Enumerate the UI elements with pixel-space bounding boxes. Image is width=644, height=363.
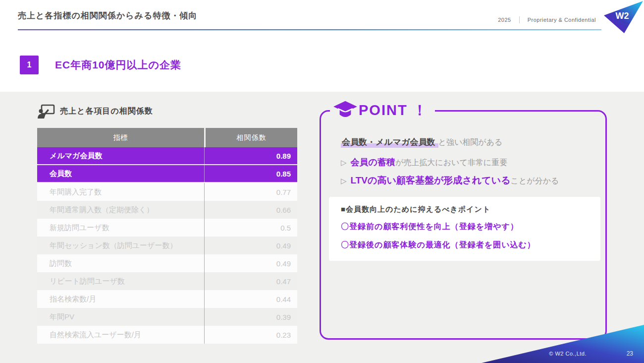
- table-row: 年間セッション数（訪問ユーザー数）0.49: [37, 237, 297, 254]
- table-caption-text: 売上と各項目の相関係数: [60, 106, 153, 117]
- table-row: リピート訪問ユーザ数0.47: [37, 272, 297, 290]
- table-row: 指名検索数/月0.44: [37, 290, 297, 308]
- point-bullet1-emphasis: 会員の蓄積: [351, 157, 395, 167]
- table-row: 自然検索流入ユーザー数/月0.23: [37, 326, 297, 344]
- table-header-row: 指標 相関係数: [37, 128, 297, 147]
- header-meta-divider: [519, 16, 520, 23]
- triangle-bullet-icon: ▷: [341, 158, 347, 167]
- header-rule: [18, 29, 601, 30]
- column-header-metric: 指標: [37, 128, 204, 147]
- subbox-heading: ■会員数向上のために抑えるべきポイント: [341, 205, 589, 214]
- coefficient-cell: 0.77: [204, 183, 296, 201]
- point-bullet-1: ▷会員の蓄積が売上拡大において非常に重要: [341, 156, 507, 168]
- page-number: 23: [627, 350, 633, 357]
- coefficient-cell: 0.49: [204, 237, 296, 254]
- coefficient-cell: 0.47: [204, 272, 296, 290]
- metric-cell: 新規訪問ユーザ数: [37, 219, 204, 237]
- confidential-label: Proprietary & Confidential: [528, 17, 596, 23]
- point-bullet1-rest: が売上拡大において非常に重要: [395, 158, 507, 167]
- coefficient-cell: 0.89: [204, 147, 296, 164]
- table-row: メルマガ会員数0.89: [37, 147, 297, 165]
- metric-cell: 指名検索数/月: [37, 290, 204, 308]
- point-bullet-2: ▷LTVの高い顧客基盤が形成されていることが分かる: [341, 174, 559, 187]
- section-heading: 1 EC年商10億円以上の企業: [20, 56, 181, 74]
- section-title: EC年商10億円以上の企業: [55, 58, 181, 72]
- point-title: POINT ！: [330, 98, 435, 123]
- subbox-items: 〇登録前の顧客利便性を向上（登録を増やす）〇登録後の顧客体験の最適化（登録者を囲…: [341, 217, 589, 254]
- coefficient-cell: 0.66: [204, 201, 296, 219]
- point-title-text: POINT ！: [359, 101, 428, 121]
- point-line1-emphasis: 会員数・メルマガ会員数: [341, 137, 438, 148]
- copyright-label: © W2 Co.,Ltd.: [549, 351, 587, 357]
- table-row: 新規訪問ユーザ数0.5: [37, 219, 297, 237]
- coefficient-cell: 0.23: [204, 326, 296, 344]
- table-body: メルマガ会員数0.89会員数0.85年間購入完了数0.77年間通常購入数（定期便…: [37, 147, 297, 344]
- slide: 売上と各指標の相関関係からみる特徴・傾向 2025 Proprietary & …: [0, 0, 644, 363]
- point-bullet2-emphasis: LTVの高い顧客基盤が形成されている: [351, 175, 511, 185]
- coefficient-cell: 0.44: [204, 290, 296, 308]
- presenter-icon: [37, 104, 55, 119]
- coefficient-cell: 0.49: [204, 254, 296, 272]
- page-title: 売上と各指標の相関関係からみる特徴・傾向: [18, 10, 197, 21]
- table-caption: 売上と各項目の相関係数: [37, 104, 153, 119]
- coefficient-cell: 0.85: [204, 165, 296, 182]
- table-row: 訪問数0.49: [37, 254, 297, 272]
- metric-cell: 年間購入完了数: [37, 183, 204, 201]
- table-row: 年間PV0.39: [37, 308, 297, 326]
- triangle-bullet-icon: ▷: [341, 177, 347, 185]
- table-row: 年間通常購入数（定期便除く）0.66: [37, 201, 297, 219]
- point-line1-rest: と強い相関がある: [438, 138, 503, 146]
- coefficient-cell: 0.39: [204, 308, 296, 326]
- point-line-correlation: 会員数・メルマガ会員数と強い相関がある: [341, 136, 502, 148]
- point-bullet2-rest: ことが分かる: [511, 177, 559, 185]
- correlation-table: 指標 相関係数 メルマガ会員数0.89会員数0.85年間購入完了数0.77年間通…: [37, 128, 297, 344]
- metric-cell: 年間通常購入数（定期便除く）: [37, 201, 204, 219]
- header-meta: 2025 Proprietary & Confidential: [498, 16, 596, 23]
- section-number-badge: 1: [20, 56, 39, 74]
- metric-cell: リピート訪問ユーザ数: [37, 272, 204, 290]
- subbox-item: 〇登録後の顧客体験の最適化（登録者を囲い込む）: [341, 236, 589, 254]
- column-header-coefficient: 相関係数: [206, 128, 297, 147]
- header-year: 2025: [498, 17, 511, 23]
- metric-cell: 年間セッション数（訪問ユーザー数）: [37, 237, 204, 254]
- metric-cell: 自然検索流入ユーザー数/月: [37, 326, 204, 344]
- w2-logo-icon: W2: [600, 0, 644, 35]
- w2-logo-text: W2: [616, 11, 629, 21]
- table-row: 会員数0.85: [37, 165, 297, 183]
- subbox-item: 〇登録前の顧客利便性を向上（登録を増やす）: [341, 217, 589, 236]
- coefficient-cell: 0.5: [204, 219, 296, 237]
- metric-cell: 会員数: [37, 165, 204, 182]
- metric-cell: メルマガ会員数: [37, 147, 204, 164]
- point-box: POINT ！ 会員数・メルマガ会員数と強い相関がある ▷会員の蓄積が売上拡大に…: [320, 110, 607, 340]
- graduation-cap-icon: [333, 100, 358, 121]
- member-growth-subbox: ■会員数向上のために抑えるべきポイント 〇登録前の顧客利便性を向上（登録を増やす…: [329, 197, 600, 261]
- table-row: 年間購入完了数0.77: [37, 183, 297, 201]
- metric-cell: 訪問数: [37, 254, 204, 272]
- metric-cell: 年間PV: [37, 308, 204, 326]
